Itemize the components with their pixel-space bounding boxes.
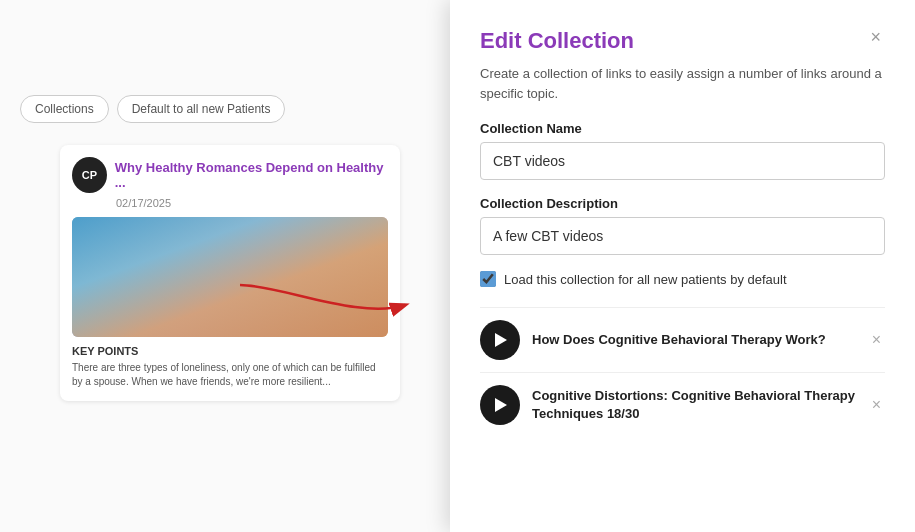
key-points-label: KEY POINTS [72,345,388,357]
collection-name-input[interactable] [480,142,885,180]
collection-description-input[interactable] [480,217,885,255]
default-patients-checkbox[interactable] [480,271,496,287]
collections-tab: Collections [20,95,109,123]
default-patients-checkbox-row: Load this collection for all new patient… [480,271,885,287]
edit-collection-modal: Edit Collection × Create a collection of… [450,0,915,532]
video-list: How Does Cognitive Behavioral Therapy Wo… [480,307,885,437]
article-image [72,217,388,337]
video-title-2: Cognitive Distortions: Cognitive Behavio… [532,387,856,423]
background-tabs: Collections Default to all new Patients [20,95,285,123]
modal-description: Create a collection of links to easily a… [480,64,885,103]
video-item-2: Cognitive Distortions: Cognitive Behavio… [480,372,885,437]
default-patients-tab: Default to all new Patients [117,95,286,123]
key-points-text: There are three types of loneliness, onl… [72,361,388,389]
background-card: CP Why Healthy Romances Depend on Health… [60,145,400,401]
remove-video-1-button[interactable]: × [868,331,885,349]
remove-video-2-button[interactable]: × [868,396,885,414]
modal-title: Edit Collection [480,28,634,54]
video-item-1: How Does Cognitive Behavioral Therapy Wo… [480,307,885,372]
article-date: 02/17/2025 [116,197,388,209]
modal-header: Edit Collection × [480,28,885,54]
play-icon-1 [495,333,507,347]
collection-name-label: Collection Name [480,121,885,136]
video-title-1: How Does Cognitive Behavioral Therapy Wo… [532,331,856,349]
video-icon-1 [480,320,520,360]
default-patients-checkbox-label: Load this collection for all new patient… [504,272,787,287]
article-avatar: CP [72,157,107,193]
article-title: Why Healthy Romances Depend on Healthy .… [115,160,388,190]
video-icon-2 [480,385,520,425]
play-icon-2 [495,398,507,412]
collection-description-label: Collection Description [480,196,885,211]
close-button[interactable]: × [866,28,885,46]
background-panel: Collections Default to all new Patients … [0,0,450,532]
